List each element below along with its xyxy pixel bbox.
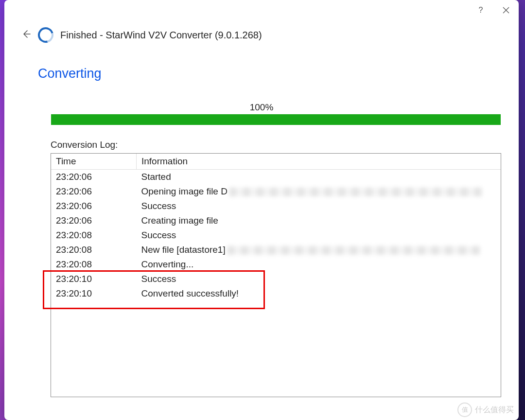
log-cell-info: Creating image file (137, 213, 501, 228)
log-cell-info: Converted successfully! (137, 286, 501, 301)
log-row[interactable]: 23:20:08Success (51, 228, 501, 243)
log-cell-info: Converting... (137, 257, 501, 272)
log-row[interactable]: 23:20:08New file [datastore1] (51, 243, 501, 257)
log-label: Conversion Log: (51, 140, 118, 150)
log-table: Time Information 23:20:06Started23:20:06… (51, 154, 501, 301)
log-cell-time: 23:20:08 (51, 228, 137, 243)
log-cell-time: 23:20:08 (51, 257, 137, 272)
app-logo-icon (35, 24, 56, 46)
redacted-text (229, 188, 482, 196)
header: Finished - StarWind V2V Converter (9.0.1… (21, 27, 262, 43)
log-cell-time: 23:20:10 (51, 272, 137, 286)
back-button[interactable] (21, 29, 31, 41)
log-row[interactable]: 23:20:06Success (51, 199, 501, 213)
watermark-text: 什么值得买 (475, 405, 514, 415)
log-cell-info: Started (137, 170, 501, 185)
log-row[interactable]: 23:20:10Success (51, 272, 501, 286)
log-cell-time: 23:20:06 (51, 184, 137, 199)
progress-percent-label: 100% (4, 102, 519, 113)
section-title: Converting (38, 66, 102, 81)
window-title: Finished - StarWind V2V Converter (9.0.1… (60, 30, 262, 41)
log-cell-time: 23:20:06 (51, 213, 137, 228)
log-cell-time: 23:20:06 (51, 170, 137, 185)
log-row[interactable]: 23:20:06Started (51, 170, 501, 185)
log-cell-time: 23:20:06 (51, 199, 137, 213)
app-window: ? Finished - StarWind V2V Converter (9.0… (4, 0, 519, 420)
log-cell-info: Success (137, 272, 501, 286)
close-button[interactable] (493, 0, 519, 20)
redacted-text (228, 246, 480, 255)
log-row[interactable]: 23:20:08Converting... (51, 257, 501, 272)
log-cell-info: Opening image file D (137, 184, 501, 199)
watermark-badge: 值 (457, 402, 472, 417)
progress-bar-fill (51, 114, 501, 125)
log-box: Time Information 23:20:06Started23:20:06… (51, 153, 501, 397)
progress-bar (51, 114, 501, 125)
watermark: 值 什么值得买 (457, 402, 514, 417)
titlebar: ? (468, 0, 519, 20)
close-icon (503, 7, 509, 14)
log-cell-info: New file [datastore1] (137, 243, 501, 257)
log-header-info[interactable]: Information (137, 154, 501, 170)
log-row[interactable]: 23:20:06Creating image file (51, 213, 501, 228)
log-cell-time: 23:20:10 (51, 286, 137, 301)
log-cell-info: Success (137, 199, 501, 213)
arrow-left-icon (21, 29, 31, 39)
log-header-time[interactable]: Time (51, 154, 137, 170)
log-cell-info: Success (137, 228, 501, 243)
log-row[interactable]: 23:20:10Converted successfully! (51, 286, 501, 301)
help-button[interactable]: ? (468, 0, 493, 20)
log-row[interactable]: 23:20:06Opening image file D (51, 184, 501, 199)
log-cell-time: 23:20:08 (51, 243, 137, 257)
